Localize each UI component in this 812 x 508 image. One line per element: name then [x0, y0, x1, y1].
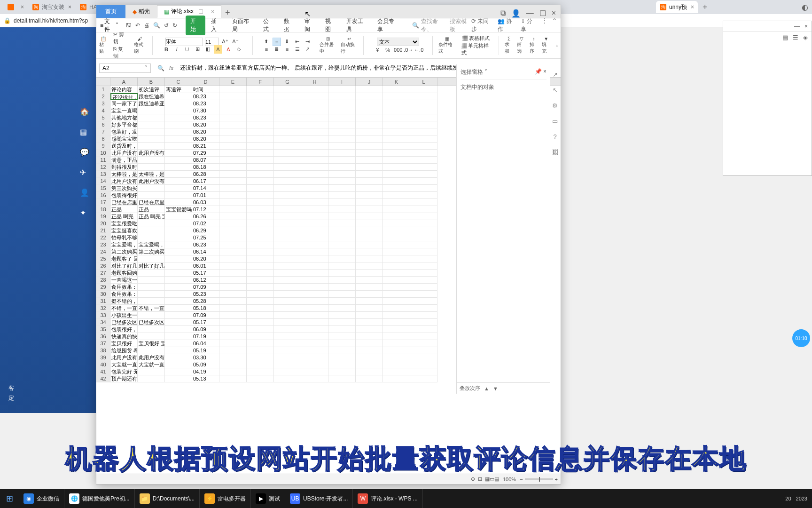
cell[interactable]	[219, 298, 247, 305]
move-down-icon[interactable]: ▼	[493, 386, 498, 391]
sync-status[interactable]: ⟳ 未同步	[471, 17, 493, 33]
row-header[interactable]: 42	[96, 375, 110, 382]
ribbon-scroll-icon[interactable]: ›	[556, 43, 558, 48]
cell[interactable]	[410, 347, 437, 354]
paste-button[interactable]: 📋粘贴	[99, 36, 108, 55]
cell[interactable]	[219, 220, 247, 227]
cell[interactable]	[138, 284, 165, 291]
cell[interactable]	[138, 143, 165, 150]
cell[interactable]	[247, 368, 274, 375]
cell[interactable]	[247, 93, 274, 100]
cell[interactable]: 太棒啦，是	[110, 171, 138, 178]
close-icon[interactable]: ×	[552, 9, 556, 18]
row-header[interactable]: 12	[96, 164, 110, 171]
cell[interactable]	[356, 255, 383, 262]
cell[interactable]: 此用户没有宝宝从出生	[138, 354, 165, 361]
cell[interactable]	[274, 185, 301, 192]
cell[interactable]	[356, 206, 383, 213]
cell[interactable]	[383, 143, 410, 150]
cell[interactable]	[328, 192, 356, 199]
cell[interactable]	[247, 164, 274, 171]
cell[interactable]	[219, 262, 247, 270]
cell[interactable]	[383, 227, 410, 234]
cell[interactable]	[219, 284, 247, 291]
cell[interactable]	[328, 333, 356, 340]
cell[interactable]	[410, 213, 437, 220]
cell[interactable]: 05.17	[192, 319, 219, 326]
row-header[interactable]: 10	[96, 150, 110, 157]
cell[interactable]	[219, 107, 247, 114]
cell[interactable]: 一直喝这一款，查过了是正品，	[110, 277, 138, 284]
cell[interactable]: 07.29	[192, 150, 219, 157]
taskbar-item[interactable]: UBUBStore-开发者...	[285, 489, 353, 508]
cell[interactable]	[328, 114, 356, 121]
cell[interactable]: 06.09	[192, 326, 219, 333]
sidebar-user-icon[interactable]: 👤	[80, 188, 95, 197]
sidebar-grid-icon[interactable]: ▦	[80, 127, 95, 136]
dec-inc-icon[interactable]: .0→	[404, 46, 413, 54]
cell[interactable]	[138, 291, 165, 298]
cell[interactable]	[219, 178, 247, 185]
cell[interactable]	[247, 277, 274, 284]
cell[interactable]	[383, 298, 410, 305]
cell[interactable]	[219, 291, 247, 298]
cell[interactable]	[219, 164, 247, 171]
cell[interactable]	[219, 192, 247, 199]
cell[interactable]	[410, 361, 437, 368]
new-tab-button[interactable]: +	[699, 2, 711, 12]
cell[interactable]	[328, 185, 356, 192]
tool-icon-2[interactable]: ☰	[793, 34, 798, 41]
cell[interactable]	[247, 227, 274, 234]
cell[interactable]	[410, 157, 437, 164]
cell[interactable]	[356, 192, 383, 199]
cell[interactable]: 05.19	[192, 347, 219, 354]
cell[interactable]	[301, 143, 328, 150]
zoom-in-icon[interactable]: +	[555, 476, 558, 482]
cell[interactable]	[274, 368, 301, 375]
maximize-icon[interactable]: ☐	[539, 9, 546, 18]
menu-tab-6[interactable]: 视图	[320, 16, 340, 35]
row-header[interactable]: 1	[96, 86, 110, 93]
sort-button[interactable]: ↕排序	[530, 36, 538, 55]
cell[interactable]	[356, 107, 383, 114]
cell[interactable]: 已经在店里这款奶粉宝	[138, 199, 165, 206]
cell[interactable]	[219, 227, 247, 234]
cell[interactable]	[274, 171, 301, 178]
cell[interactable]	[247, 150, 274, 157]
cell[interactable]	[410, 262, 437, 270]
bold-icon[interactable]: B	[162, 45, 171, 54]
cell[interactable]: 03.30	[192, 354, 219, 361]
cell[interactable]	[410, 270, 437, 277]
cell[interactable]	[138, 128, 165, 135]
cell[interactable]: 07.19	[192, 333, 219, 340]
cell[interactable]	[328, 361, 356, 368]
row-header[interactable]: 33	[96, 312, 110, 319]
cell[interactable]	[410, 284, 437, 291]
cell[interactable]	[219, 255, 247, 262]
orientation-icon[interactable]: ↗	[304, 45, 312, 54]
col-header[interactable]: J	[356, 78, 383, 86]
cell[interactable]	[219, 199, 247, 206]
st-help-icon[interactable]: ?	[553, 133, 556, 140]
cell[interactable]	[219, 270, 247, 277]
cell[interactable]: 08.21	[192, 143, 219, 150]
cell[interactable]	[383, 241, 410, 248]
cell[interactable]: 包装得很好，之前急用在京东旗	[110, 192, 138, 199]
close-icon[interactable]: ×	[68, 4, 71, 10]
cell[interactable]: 宝宝一直喝这款奶粉，大便金黄	[110, 107, 138, 114]
cell[interactable]	[165, 326, 192, 333]
cell[interactable]	[247, 241, 274, 248]
cell[interactable]	[410, 192, 437, 199]
cell[interactable]	[247, 255, 274, 262]
cell[interactable]	[383, 375, 410, 382]
cell[interactable]	[165, 241, 192, 248]
close-pane-icon[interactable]: ×	[543, 68, 547, 75]
cell[interactable]	[138, 326, 165, 333]
cell[interactable]	[301, 361, 328, 368]
col-header[interactable]: B	[138, 78, 165, 86]
sidebar-settings-icon[interactable]: ✦	[80, 208, 95, 217]
wps-tab-home[interactable]: 首页	[96, 5, 125, 18]
cell[interactable]	[356, 150, 383, 157]
cell[interactable]	[410, 178, 437, 185]
cell[interactable]	[356, 248, 383, 255]
